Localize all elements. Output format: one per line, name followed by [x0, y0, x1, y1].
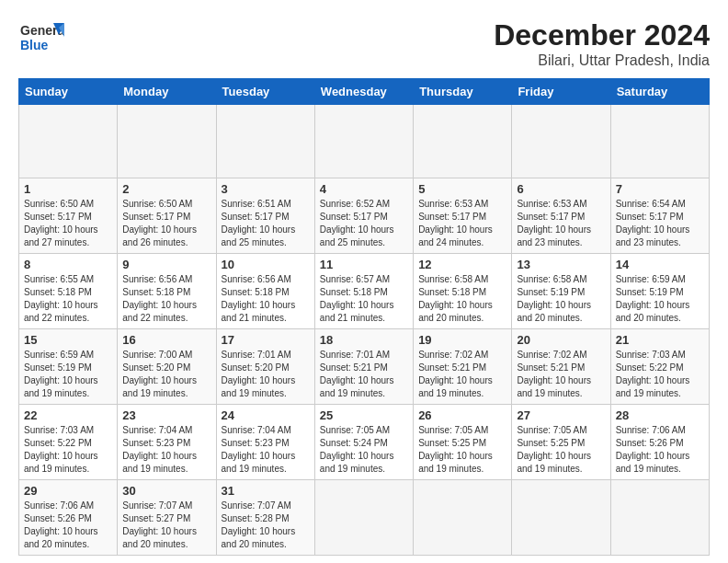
- calendar-day-cell: 19Sunrise: 7:02 AM Sunset: 5:21 PM Dayli…: [414, 329, 512, 405]
- day-info: Sunrise: 6:59 AM Sunset: 5:19 PM Dayligh…: [24, 349, 112, 400]
- day-number: 1: [24, 182, 112, 196]
- calendar-day-cell: 6Sunrise: 6:53 AM Sunset: 5:17 PM Daylig…: [512, 178, 610, 254]
- calendar-day-cell: 28Sunrise: 7:06 AM Sunset: 5:26 PM Dayli…: [610, 405, 709, 480]
- day-number: 20: [517, 333, 605, 347]
- calendar-day-cell: 22Sunrise: 7:03 AM Sunset: 5:22 PM Dayli…: [19, 405, 118, 480]
- calendar-day-cell: 5Sunrise: 6:53 AM Sunset: 5:17 PM Daylig…: [414, 178, 512, 254]
- day-info: Sunrise: 6:55 AM Sunset: 5:18 PM Dayligh…: [24, 273, 112, 325]
- day-number: 2: [122, 182, 210, 196]
- calendar-week-row: [19, 105, 710, 178]
- calendar-table: SundayMondayTuesdayWednesdayThursdayFrid…: [18, 78, 710, 556]
- calendar-day-cell: 1Sunrise: 6:50 AM Sunset: 5:17 PM Daylig…: [19, 178, 118, 254]
- day-number: 16: [122, 333, 210, 347]
- calendar-day-cell: [19, 105, 118, 178]
- day-number: 30: [122, 484, 210, 498]
- calendar-day-cell: 27Sunrise: 7:05 AM Sunset: 5:25 PM Dayli…: [512, 405, 610, 480]
- day-info: Sunrise: 7:05 AM Sunset: 5:25 PM Dayligh…: [517, 424, 605, 476]
- day-number: 21: [616, 333, 704, 347]
- day-info: Sunrise: 7:07 AM Sunset: 5:28 PM Dayligh…: [222, 500, 310, 551]
- day-number: 3: [222, 182, 310, 196]
- day-number: 11: [320, 258, 408, 271]
- day-number: 8: [24, 258, 112, 271]
- day-info: Sunrise: 6:59 AM Sunset: 5:19 PM Dayligh…: [616, 273, 704, 325]
- calendar-day-cell: 24Sunrise: 7:04 AM Sunset: 5:23 PM Dayli…: [216, 405, 314, 480]
- header: General Blue December 2024 Bilari, Uttar…: [18, 18, 710, 69]
- day-info: Sunrise: 6:56 AM Sunset: 5:18 PM Dayligh…: [122, 273, 210, 325]
- day-info: Sunrise: 6:56 AM Sunset: 5:18 PM Dayligh…: [222, 273, 310, 325]
- calendar-day-cell: 10Sunrise: 6:56 AM Sunset: 5:18 PM Dayli…: [216, 254, 314, 329]
- day-info: Sunrise: 6:52 AM Sunset: 5:17 PM Dayligh…: [320, 198, 408, 249]
- day-number: 4: [320, 182, 408, 196]
- day-number: 27: [517, 408, 605, 422]
- day-info: Sunrise: 7:06 AM Sunset: 5:26 PM Dayligh…: [616, 424, 704, 476]
- calendar-day-cell: 16Sunrise: 7:00 AM Sunset: 5:20 PM Dayli…: [118, 329, 216, 405]
- header-row: SundayMondayTuesdayWednesdayThursdayFrid…: [19, 79, 710, 105]
- day-info: Sunrise: 7:02 AM Sunset: 5:21 PM Dayligh…: [517, 349, 605, 400]
- day-info: Sunrise: 6:57 AM Sunset: 5:18 PM Dayligh…: [320, 273, 408, 325]
- calendar-day-cell: 25Sunrise: 7:05 AM Sunset: 5:24 PM Dayli…: [314, 405, 413, 480]
- day-info: Sunrise: 6:53 AM Sunset: 5:17 PM Dayligh…: [418, 198, 506, 249]
- weekday-header: Friday: [512, 79, 610, 105]
- calendar-day-cell: [610, 105, 709, 178]
- day-number: 24: [222, 408, 310, 422]
- calendar-week-row: 29Sunrise: 7:06 AM Sunset: 5:26 PM Dayli…: [19, 480, 710, 556]
- day-number: 13: [517, 258, 605, 271]
- weekday-header: Thursday: [414, 79, 512, 105]
- calendar-day-cell: 23Sunrise: 7:04 AM Sunset: 5:23 PM Dayli…: [118, 405, 216, 480]
- day-number: 15: [24, 333, 112, 347]
- calendar-day-cell: 12Sunrise: 6:58 AM Sunset: 5:18 PM Dayli…: [414, 254, 512, 329]
- calendar-day-cell: [512, 105, 610, 178]
- day-info: Sunrise: 6:50 AM Sunset: 5:17 PM Dayligh…: [122, 198, 210, 249]
- day-info: Sunrise: 7:03 AM Sunset: 5:22 PM Dayligh…: [616, 349, 704, 400]
- weekday-header: Monday: [118, 79, 216, 105]
- day-info: Sunrise: 7:04 AM Sunset: 5:23 PM Dayligh…: [222, 424, 310, 476]
- day-info: Sunrise: 7:06 AM Sunset: 5:26 PM Dayligh…: [24, 500, 112, 551]
- calendar-day-cell: 7Sunrise: 6:54 AM Sunset: 5:17 PM Daylig…: [610, 178, 709, 254]
- day-number: 22: [24, 408, 112, 422]
- calendar-day-cell: [512, 480, 610, 556]
- calendar-day-cell: 17Sunrise: 7:01 AM Sunset: 5:20 PM Dayli…: [216, 329, 314, 405]
- calendar-day-cell: 26Sunrise: 7:05 AM Sunset: 5:25 PM Dayli…: [414, 405, 512, 480]
- calendar-day-cell: 14Sunrise: 6:59 AM Sunset: 5:19 PM Dayli…: [610, 254, 709, 329]
- calendar-day-cell: 3Sunrise: 6:51 AM Sunset: 5:17 PM Daylig…: [216, 178, 314, 254]
- day-number: 18: [320, 333, 408, 347]
- day-number: 25: [320, 408, 408, 422]
- calendar-week-row: 8Sunrise: 6:55 AM Sunset: 5:18 PM Daylig…: [19, 254, 710, 329]
- day-info: Sunrise: 6:58 AM Sunset: 5:18 PM Dayligh…: [418, 273, 506, 325]
- calendar-week-row: 1Sunrise: 6:50 AM Sunset: 5:17 PM Daylig…: [19, 178, 710, 254]
- calendar-day-cell: [414, 480, 512, 556]
- calendar-day-cell: 31Sunrise: 7:07 AM Sunset: 5:28 PM Dayli…: [216, 480, 314, 556]
- day-number: 23: [122, 408, 210, 422]
- logo-icon: General Blue: [18, 18, 64, 55]
- svg-text:Blue: Blue: [20, 38, 49, 52]
- calendar-day-cell: [610, 480, 709, 556]
- day-number: 19: [418, 333, 506, 347]
- title-area: December 2024 Bilari, Uttar Pradesh, Ind…: [494, 18, 710, 69]
- day-number: 14: [616, 258, 704, 271]
- day-info: Sunrise: 6:53 AM Sunset: 5:17 PM Dayligh…: [517, 198, 605, 249]
- weekday-header: Tuesday: [216, 79, 314, 105]
- day-info: Sunrise: 7:05 AM Sunset: 5:25 PM Dayligh…: [418, 424, 506, 476]
- day-info: Sunrise: 7:00 AM Sunset: 5:20 PM Dayligh…: [122, 349, 210, 400]
- calendar-day-cell: 8Sunrise: 6:55 AM Sunset: 5:18 PM Daylig…: [19, 254, 118, 329]
- calendar-day-cell: 20Sunrise: 7:02 AM Sunset: 5:21 PM Dayli…: [512, 329, 610, 405]
- day-number: 26: [418, 408, 506, 422]
- calendar-day-cell: [314, 480, 413, 556]
- calendar-day-cell: 15Sunrise: 6:59 AM Sunset: 5:19 PM Dayli…: [19, 329, 118, 405]
- day-info: Sunrise: 6:51 AM Sunset: 5:17 PM Dayligh…: [222, 198, 310, 249]
- location-title: Bilari, Uttar Pradesh, India: [494, 52, 710, 69]
- weekday-header: Wednesday: [314, 79, 413, 105]
- day-info: Sunrise: 7:02 AM Sunset: 5:21 PM Dayligh…: [418, 349, 506, 400]
- calendar-day-cell: [314, 105, 413, 178]
- day-number: 10: [222, 258, 310, 271]
- day-number: 29: [24, 484, 112, 498]
- calendar-day-cell: 30Sunrise: 7:07 AM Sunset: 5:27 PM Dayli…: [118, 480, 216, 556]
- day-number: 12: [418, 258, 506, 271]
- calendar-day-cell: 13Sunrise: 6:58 AM Sunset: 5:19 PM Dayli…: [512, 254, 610, 329]
- day-number: 31: [222, 484, 310, 498]
- calendar-day-cell: [414, 105, 512, 178]
- calendar-day-cell: [118, 105, 216, 178]
- calendar-day-cell: 29Sunrise: 7:06 AM Sunset: 5:26 PM Dayli…: [19, 480, 118, 556]
- month-title: December 2024: [494, 18, 710, 52]
- calendar-week-row: 15Sunrise: 6:59 AM Sunset: 5:19 PM Dayli…: [19, 329, 710, 405]
